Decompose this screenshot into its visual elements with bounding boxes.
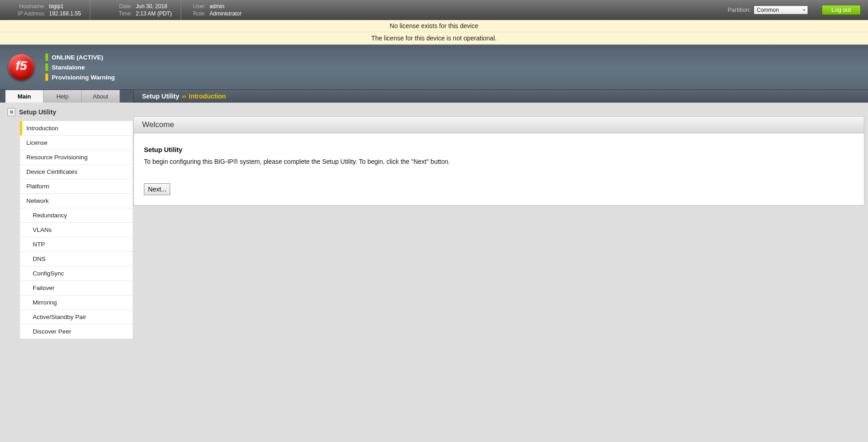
sidebar: ⧉ Setup Utility Introduction License Res… [0,103,133,357]
hostname-label: Hostname: [10,3,45,10]
sidebar-item-mirroring[interactable]: Mirroring [20,295,133,310]
date-label: Date: [97,3,132,10]
sidebar-nav-list: Introduction License Resource Provisioni… [20,121,133,339]
sidebar-item-device-certificates[interactable]: Device Certificates [20,165,133,179]
time-label: Time: [97,10,132,17]
tab-help[interactable]: Help [44,90,82,103]
notice-not-operational: The license for this device is not opera… [0,32,868,44]
status-online: ONLINE (ACTIVE) [52,54,103,61]
sidebar-item-dns[interactable]: DNS [20,252,133,266]
masthead: f5 ONLINE (ACTIVE) Standalone Provisioni… [0,44,868,90]
partition-label: Partition: [728,6,751,13]
sidebar-item-ntp[interactable]: NTP [20,237,133,252]
breadcrumb-separator-icon: ›› [182,93,186,100]
ip-label: IP Address: [10,10,45,17]
status-indicator-icon [45,64,48,71]
content-paragraph: To begin configuring this BIG-IP® system… [144,158,854,165]
sidebar-item-vlans[interactable]: VLANs [20,223,133,237]
time-value: 2:13 AM (PDT) [136,10,172,17]
status-standalone: Standalone [52,64,85,71]
notice-not-operational-text: The license for this device is not opera… [371,34,497,42]
sidebar-item-discover-peer[interactable]: Discover Peer [20,324,133,339]
ip-value: 192.168.1.55 [49,10,81,17]
sidebar-item-platform[interactable]: Platform [20,179,133,194]
f5-logo-icon: f5 [8,54,35,80]
status-indicator-icon [45,54,48,61]
tab-row: Main Help About Setup Utility ›› Introdu… [0,90,868,103]
user-role-group: User: admin Role: Administrator [187,0,251,20]
tab-about[interactable]: About [82,90,120,103]
chevron-down-icon: ▾ [803,8,805,12]
sidebar-item-redundancy[interactable]: Redundancy [20,208,133,223]
status-warning-icon [45,74,48,81]
sidebar-item-network[interactable]: Network [20,194,133,208]
notice-no-license-text: No license exists for this device [390,22,478,29]
partition-selector-wrap: Partition: Common ▾ [728,5,808,15]
breadcrumb-current: Introduction [189,93,226,100]
notice-no-license: No license exists for this device [0,20,868,32]
sidebar-item-resource-provisioning[interactable]: Resource Provisioning [20,150,133,165]
logout-label: Log out [831,6,851,13]
sidebar-item-failover[interactable]: Failover [20,281,133,295]
panel-title: Welcome [134,117,864,133]
date-time-group: Date: Jun 30, 2018 Time: 2:13 AM (PDT) [97,0,181,20]
user-label: User: [187,3,206,10]
partition-value: Common [757,7,779,13]
partition-select[interactable]: Common ▾ [754,5,808,15]
sidebar-item-active-standby-pair[interactable]: Active/Standby Pair [20,310,133,324]
tab-main[interactable]: Main [5,90,44,103]
hostname-value: bigip1 [49,3,64,10]
status-provisioning-warning: Provisioning Warning [52,74,115,81]
sidebar-item-license[interactable]: License [20,136,133,150]
role-label: Role: [187,10,206,17]
content-heading: Setup Utility [144,146,854,153]
user-value: admin [209,3,224,10]
breadcrumb-root: Setup Utility [142,93,179,100]
date-value: Jun 30, 2018 [136,3,167,10]
breadcrumb: Setup Utility ›› Introduction [133,90,868,103]
sidebar-item-configsync[interactable]: ConfigSync [20,266,133,281]
logout-button[interactable]: Log out [822,5,861,15]
svg-text:f5: f5 [16,59,27,73]
host-ip-group: Hostname: bigip1 IP Address: 192.168.1.5… [10,0,90,20]
next-button[interactable]: Next... [144,183,170,195]
setup-utility-icon: ⧉ [7,108,15,116]
top-status-bar: Hostname: bigip1 IP Address: 192.168.1.5… [0,0,868,20]
main-content: Welcome Setup Utility To begin configuri… [133,103,868,357]
system-status: ONLINE (ACTIVE) Standalone Provisioning … [45,54,115,81]
role-value: Administrator [209,10,242,17]
sidebar-item-introduction[interactable]: Introduction [20,121,133,136]
sidebar-section-header[interactable]: ⧉ Setup Utility [5,103,133,121]
welcome-panel: Welcome Setup Utility To begin configuri… [133,116,864,206]
sidebar-section-title: Setup Utility [19,108,56,116]
